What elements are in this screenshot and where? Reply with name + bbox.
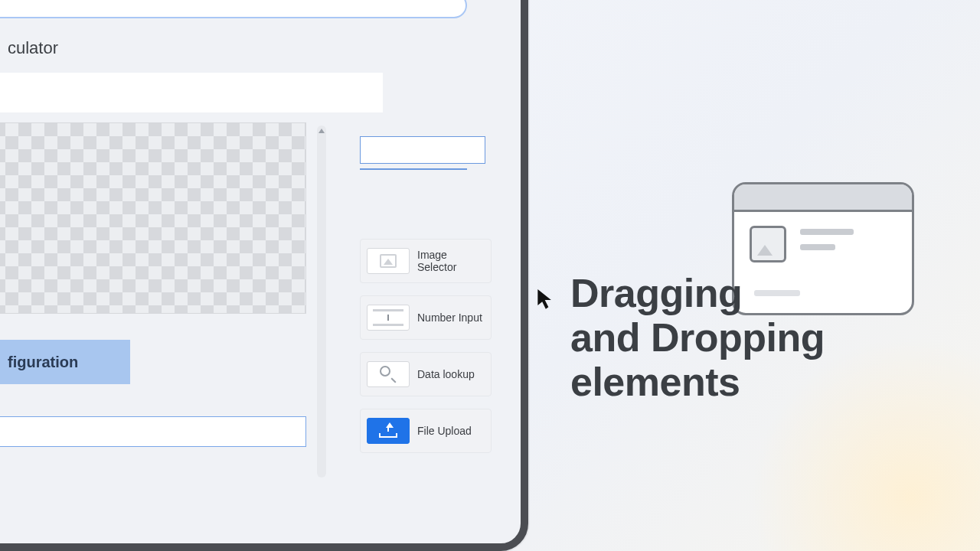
illustration-image-icon xyxy=(750,226,786,262)
text-input[interactable] xyxy=(0,416,306,447)
component-number-input[interactable]: Number Input xyxy=(360,295,492,340)
component-label: File Upload xyxy=(417,425,472,437)
image-icon xyxy=(367,248,410,274)
address-bar[interactable] xyxy=(0,0,467,18)
search-icon xyxy=(367,361,410,387)
scrollbar[interactable] xyxy=(317,126,326,478)
component-palette: Image Selector Number Input Data look xyxy=(360,136,498,465)
hero-caption: Dragging and Dropping elements xyxy=(570,271,980,405)
canvas-dropzone[interactable] xyxy=(0,122,306,314)
component-label: Image Selector xyxy=(417,249,485,273)
illustration-titlebar xyxy=(734,184,912,212)
svg-marker-0 xyxy=(537,289,551,309)
component-data-lookup[interactable]: Data lookup xyxy=(360,352,492,396)
number-input-icon xyxy=(367,305,410,331)
palette-input-underline xyxy=(360,168,467,170)
component-file-upload[interactable]: File Upload xyxy=(360,409,492,453)
page-title: culator xyxy=(8,38,58,58)
configuration-button-label: figuration xyxy=(8,354,78,371)
component-label: Data lookup xyxy=(417,368,475,380)
hero-caption-line1: Dragging xyxy=(570,271,980,315)
illustration-text-lines xyxy=(800,226,897,262)
editor-window: culator figuration Image Selector xyxy=(0,0,528,551)
hero-caption-line2: and Dropping elements xyxy=(570,315,980,404)
component-image-selector[interactable]: Image Selector xyxy=(360,239,492,283)
toolbar-strip xyxy=(0,73,383,112)
component-label: Number Input xyxy=(417,311,482,324)
configuration-button[interactable]: figuration xyxy=(0,340,130,384)
palette-input-preview[interactable] xyxy=(360,136,485,164)
upload-icon xyxy=(367,418,410,444)
